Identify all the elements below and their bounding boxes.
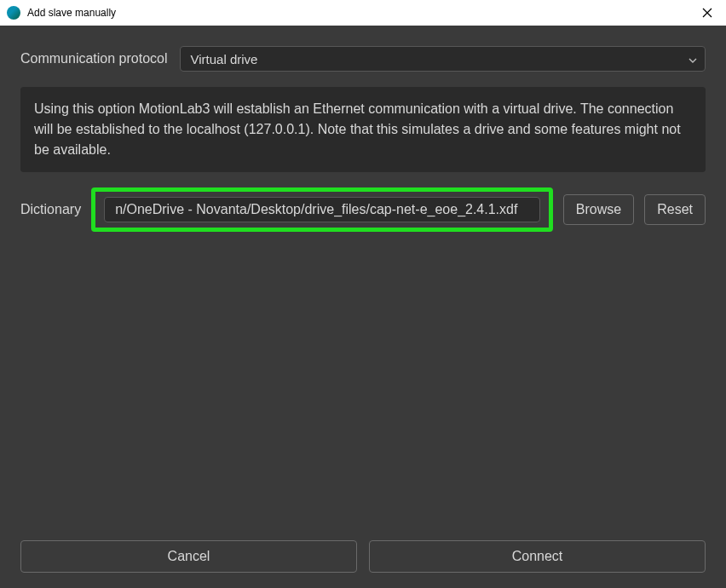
reset-button[interactable]: Reset — [644, 194, 706, 225]
protocol-select-wrap: Virtual drive — [180, 46, 706, 72]
spacer — [20, 232, 706, 540]
titlebar-left: Add slave manually — [7, 6, 116, 20]
close-button[interactable] — [695, 1, 719, 25]
window-title: Add slave manually — [27, 7, 116, 19]
dictionary-row: Dictionary Browse Reset — [20, 187, 706, 232]
dictionary-path-input[interactable] — [104, 197, 540, 222]
info-box: Using this option MotionLab3 will establ… — [20, 87, 706, 172]
protocol-label: Communication protocol — [20, 51, 168, 66]
titlebar: Add slave manually — [0, 0, 726, 26]
protocol-row: Communication protocol Virtual drive — [20, 46, 706, 72]
connect-button[interactable]: Connect — [369, 540, 706, 573]
protocol-selected-value: Virtual drive — [191, 52, 258, 66]
cancel-button[interactable]: Cancel — [20, 540, 357, 573]
info-text: Using this option MotionLab3 will establ… — [34, 101, 681, 157]
protocol-select[interactable]: Virtual drive — [180, 46, 706, 72]
close-icon — [702, 8, 712, 18]
browse-button[interactable]: Browse — [563, 194, 634, 225]
dialog-content: Communication protocol Virtual drive Usi… — [0, 26, 726, 588]
dictionary-highlight — [91, 187, 553, 232]
app-icon — [7, 6, 20, 20]
footer: Cancel Connect — [20, 540, 706, 573]
dictionary-label: Dictionary — [20, 202, 81, 217]
dialog-window: Add slave manually Communication protoco… — [0, 0, 726, 588]
